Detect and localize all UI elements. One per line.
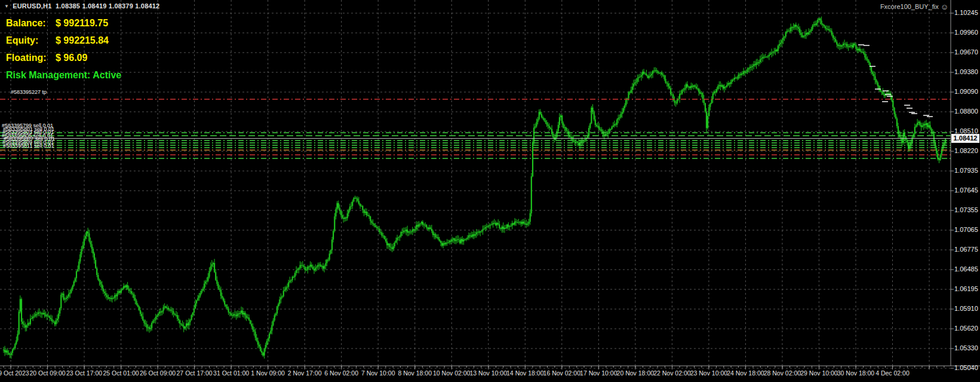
floating-row: Floating:$ 96.09 (6, 53, 87, 63)
tp-line-label: #583395227 tp (11, 89, 47, 95)
axis-frame (0, 0, 980, 369)
price-axis-label: 1.09090 (954, 88, 979, 95)
chart-dropdown-icon[interactable]: ▼ (4, 4, 9, 9)
price-axis-label: 1.06195 (954, 285, 979, 292)
symbol-ohlc-text: EURUSD,H1 1.08385 1.08419 1.08379 1.0841… (13, 2, 159, 10)
price-axis-label: 1.05910 (954, 305, 979, 312)
price-axis-label: 1.07645 (954, 187, 979, 194)
time-axis-label: 4 Dec 02:00 (865, 369, 919, 377)
order-lines[interactable] (0, 99, 951, 158)
indicator-name-text: Fxcore100_BUY_fix (880, 3, 939, 10)
price-axis-label: 1.06485 (954, 265, 979, 273)
price-axis-label: 1.10245 (954, 9, 979, 16)
price-axis-label: 1.09670 (954, 48, 979, 56)
candles (3, 17, 946, 359)
price-axis-label: 1.05040 (954, 364, 979, 371)
smiley-icon: ☺ (941, 2, 948, 11)
equity-row: Equity:$ 992215.84 (6, 35, 109, 46)
current-price-box: 1.08412 (951, 134, 979, 143)
price-axis-label: 1.07065 (954, 226, 979, 233)
price-axis-label: 1.08800 (954, 108, 979, 115)
price-axis-label: 1.06775 (954, 246, 979, 253)
price-axis-label: 1.09380 (954, 68, 979, 75)
price-axis-label: 1.05330 (954, 344, 979, 352)
risk-management-row: Risk Management: Active (6, 70, 121, 81)
price-axis-label: 1.08220 (954, 147, 979, 154)
candlestick-chart-area[interactable] (0, 0, 980, 382)
order-line-label: #583395811 sell 0.01 (3, 143, 54, 149)
risk-management-text: Risk Management: Active (6, 70, 121, 80)
balance-row: Balance:$ 992119.75 (6, 18, 108, 29)
balance-value: $ 992119.75 (56, 18, 108, 28)
floating-value: $ 96.09 (56, 53, 87, 63)
symbol-ohlc-line: ▼EURUSD,H1 1.08385 1.08419 1.08379 1.084… (4, 2, 159, 10)
price-axis-label: 1.07355 (954, 206, 979, 213)
mt4-chart-window: ▼EURUSD,H1 1.08385 1.08419 1.08379 1.084… (0, 0, 980, 382)
price-axis-label: 1.05620 (954, 325, 979, 332)
trade-open-markers (858, 45, 933, 117)
indicator-name-label: Fxcore100_BUY_fix☺ (880, 2, 948, 11)
equity-value: $ 992215.84 (56, 35, 109, 45)
price-axis-label: 1.09960 (954, 29, 979, 36)
floating-label: Floating: (6, 53, 56, 63)
equity-label: Equity: (6, 35, 56, 46)
balance-label: Balance: (6, 18, 56, 29)
price-axis-label: 1.07935 (954, 167, 979, 174)
